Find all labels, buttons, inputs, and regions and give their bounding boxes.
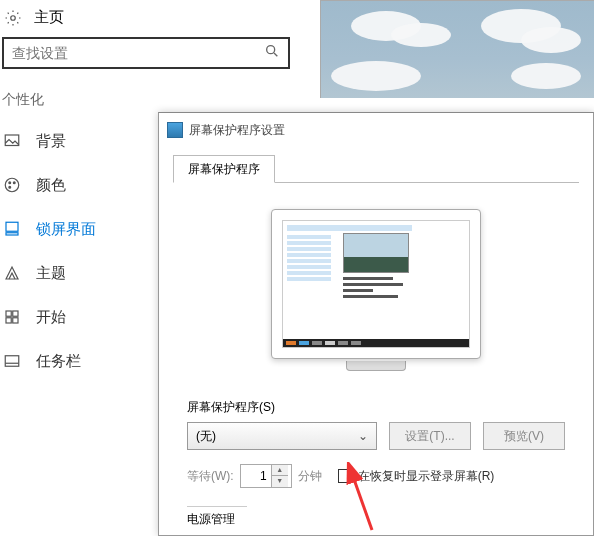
nav-label: 颜色: [36, 176, 66, 195]
svg-point-4: [5, 178, 19, 192]
dialog-body: 屏幕保护程序(S) (无) ⌄ 设置(T)... 预览(V) 等待(W): ▲ …: [159, 183, 593, 528]
svg-rect-13: [13, 318, 18, 323]
svg-rect-8: [6, 222, 18, 231]
svg-point-5: [9, 182, 11, 184]
lockscreen-preview: [320, 0, 594, 98]
taskbar-icon: [2, 351, 22, 371]
preview-button[interactable]: 预览(V): [483, 422, 565, 450]
svg-rect-3: [5, 135, 19, 146]
svg-rect-12: [6, 318, 11, 323]
svg-rect-11: [13, 311, 18, 316]
svg-rect-9: [6, 233, 18, 235]
search-field-wrap: [2, 37, 290, 69]
settings-button[interactable]: 设置(T)...: [389, 422, 471, 450]
tab-label: 屏幕保护程序: [188, 162, 260, 176]
checkbox-box: [338, 469, 352, 483]
resume-checkbox[interactable]: 在恢复时显示登录屏幕(R): [338, 468, 495, 485]
search-input[interactable]: [2, 37, 290, 69]
power-section-label: 电源管理: [187, 506, 247, 528]
palette-icon: [2, 175, 22, 195]
tab-strip: 屏幕保护程序: [173, 155, 579, 183]
chevron-down-icon: ⌄: [358, 429, 368, 443]
monitor-preview: [271, 209, 481, 371]
wait-label: 等待(W):: [187, 468, 234, 485]
screensaver-label: 屏幕保护程序(S): [187, 399, 565, 416]
nav-label: 主题: [36, 264, 66, 283]
dialog-icon: [167, 122, 183, 138]
lockscreen-icon: [2, 219, 22, 239]
button-label: 设置(T)...: [405, 428, 454, 445]
checkbox-label: 在恢复时显示登录屏幕(R): [358, 468, 495, 485]
themes-icon: [2, 263, 22, 283]
nav-label: 背景: [36, 132, 66, 151]
nav-label: 锁屏界面: [36, 220, 96, 239]
spin-up-icon[interactable]: ▲: [272, 465, 288, 476]
gear-icon: [4, 9, 22, 27]
screensaver-dropdown[interactable]: (无) ⌄: [187, 422, 377, 450]
screensaver-dialog: 屏幕保护程序设置 屏幕保护程序: [158, 112, 594, 536]
nav-label: 开始: [36, 308, 66, 327]
svg-point-6: [13, 182, 15, 184]
svg-rect-10: [6, 311, 11, 316]
home-link[interactable]: 主页: [0, 0, 320, 37]
svg-line-2: [274, 53, 277, 56]
button-label: 预览(V): [504, 428, 544, 445]
spin-down-icon[interactable]: ▼: [272, 476, 288, 487]
dialog-titlebar: 屏幕保护程序设置: [159, 113, 593, 147]
home-label: 主页: [34, 8, 64, 27]
picture-icon: [2, 131, 22, 151]
tab-screensaver[interactable]: 屏幕保护程序: [173, 155, 275, 183]
svg-rect-14: [5, 356, 19, 367]
wait-unit: 分钟: [298, 468, 322, 485]
dropdown-value: (无): [196, 428, 216, 445]
svg-point-0: [11, 15, 16, 20]
nav-label: 任务栏: [36, 352, 81, 371]
svg-point-1: [267, 46, 275, 54]
start-icon: [2, 307, 22, 327]
wait-spinner[interactable]: ▲ ▼: [240, 464, 292, 488]
search-icon: [264, 43, 282, 61]
dialog-title-text: 屏幕保护程序设置: [189, 122, 285, 139]
wait-input[interactable]: [241, 469, 271, 483]
svg-point-7: [9, 186, 11, 188]
